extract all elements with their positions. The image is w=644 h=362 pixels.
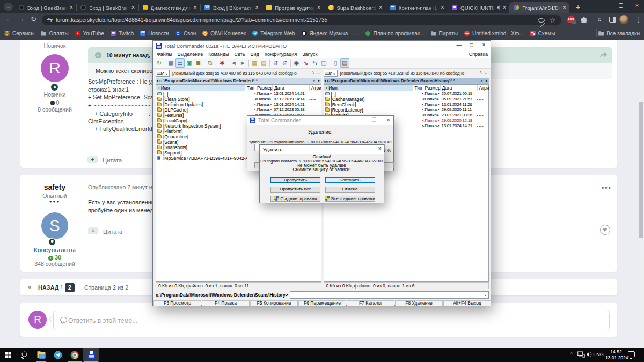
bookmark-item[interactable]: Twitch — [111, 31, 134, 36]
bookmark-item[interactable]: Пираты — [431, 31, 458, 36]
taskbar-telegram-button[interactable] — [50, 348, 66, 362]
taskbar-totalcommander-button[interactable] — [83, 348, 99, 362]
tc-minimize-button[interactable]: — — [455, 41, 464, 50]
history-button[interactable]: » — [312, 79, 317, 83]
tc-menu-item[interactable]: Файлы — [157, 51, 172, 57]
tc-toolbar-button[interactable]: ▣ — [185, 58, 194, 68]
tc-titlebar[interactable]: Total Commander 8.51a - НЕ ЗАРЕГИСТРИРОВ… — [153, 41, 491, 50]
page-scrollbar[interactable] — [639, 40, 644, 348]
root-dir-button[interactable]: \ — [311, 70, 316, 76]
reply-input[interactable]: Ответить в этой теме... — [53, 311, 610, 330]
scrollbar-thumb[interactable] — [639, 102, 643, 238]
bookmark-item[interactable]: Схемы — [530, 31, 555, 36]
file-row[interactable]: [ReportLatency] <Папка> 29.09.2020 11:11… — [324, 107, 489, 113]
tab-close-icon[interactable]: × — [255, 4, 259, 11]
tc-toolbar-button[interactable]: ◉ — [292, 58, 301, 68]
file-row[interactable]: [RemCheck] <Папка> 13.01.2024 11:26 ---- — [324, 102, 489, 107]
share-arrow-icon[interactable] — [599, 51, 608, 58]
skip-all-button[interactable]: Пропустить все — [270, 187, 320, 193]
browser-tab[interactable]: Контент-план IL ПАТ × — [386, 2, 448, 13]
column-header-size[interactable]: Размер — [423, 85, 441, 91]
tc-menu-item[interactable]: Сеть — [234, 51, 245, 57]
tab-close-icon[interactable]: × — [441, 4, 444, 11]
file-row[interactable]: [..] <Папка> 13.01.2024 14:21 ---- — [156, 91, 321, 97]
bookmark-item[interactable]: Telegram Web — [252, 31, 295, 36]
file-row[interactable]: [CacheManager] <Папка> 05.09.2021 21:57 … — [324, 97, 489, 102]
member-group-link[interactable]: Консультанты — [20, 247, 89, 253]
post-options-icon[interactable]: ••• — [602, 184, 612, 191]
forward-button[interactable]: → — [18, 15, 25, 23]
tc-toolbar-button[interactable]: ⧉ — [206, 58, 215, 68]
parent-dir-button[interactable]: .. — [316, 70, 321, 76]
tc-toolbar-button[interactable]: ► — [238, 58, 247, 68]
parent-dir-button[interactable]: .. — [484, 70, 489, 76]
skip-button[interactable]: Пропустить — [270, 177, 320, 183]
drive-combo[interactable]: c⌄ — [156, 70, 170, 77]
browser-tab[interactable]: Trojan:Win64/Disguis × — [509, 2, 569, 13]
f3-view-button[interactable]: F3 Просмотр — [153, 300, 201, 306]
page-2-current[interactable]: 2 — [65, 283, 75, 292]
browser-tab[interactable]: Supa Dashboard × — [324, 2, 386, 13]
network-icon[interactable] — [577, 351, 585, 358]
browser-tab[interactable]: Вход | GeekBrains - о × — [76, 2, 138, 13]
tab-close-icon[interactable]: × — [193, 4, 197, 11]
quote-button-label[interactable]: Цитата — [103, 157, 122, 164]
bookmark-item[interactable]: YouTube — [75, 31, 104, 36]
tc-toolbar-button[interactable]: ⇵ — [280, 58, 289, 68]
page-1-button[interactable]: 1 — [60, 284, 63, 290]
tc-menu-item[interactable]: Вид — [250, 51, 259, 57]
tc-toolbar-button[interactable]: ◫ — [319, 58, 328, 68]
back-button[interactable]: ← — [5, 15, 12, 23]
page-select-caret-icon[interactable]: ▼ — [120, 285, 124, 289]
tc-toolbar-button[interactable]: ☰ — [175, 58, 185, 68]
dir-history-dropdown[interactable]: ▼ — [484, 79, 489, 83]
browser-tab[interactable]: QUICKHUNTIK - Т × — [448, 2, 509, 13]
column-header-size[interactable]: Размер — [255, 85, 273, 91]
tc-toolbar-button[interactable]: ▤ — [340, 58, 349, 68]
dir-history-dropdown[interactable]: ▼ — [317, 79, 321, 83]
tab-close-icon[interactable]: × — [502, 4, 506, 11]
file-row[interactable]: [DLPCache] <Папка> 07.12.2023 00:38 ---- — [156, 107, 321, 113]
bookmark-item[interactable]: План по профилак... — [365, 31, 424, 36]
avatar[interactable]: S — [41, 212, 68, 239]
tab-close-icon[interactable]: × — [317, 4, 320, 11]
bookmark-star-icon[interactable]: ☆ — [550, 15, 556, 25]
privacy-eye-icon[interactable] — [537, 16, 545, 24]
tray-hidden-icons-button[interactable]: ⌃ — [568, 348, 575, 362]
column-header-date[interactable]: Дата — [441, 85, 478, 91]
path-bar[interactable]: ▾c:\ProgramData\Microsoft\Windows Defend… — [324, 78, 489, 84]
like-heart-icon[interactable] — [600, 225, 610, 235]
tc-toolbar-button[interactable]: ≣ — [194, 58, 203, 68]
column-header-attr[interactable]: Атрибуты — [310, 85, 321, 91]
tc-menu-item[interactable]: Запуск — [302, 51, 317, 57]
menu-kebab-icon[interactable]: ⋮ — [635, 16, 642, 24]
window-minimize-button[interactable]: — — [597, 0, 613, 12]
tc-toolbar-button[interactable]: ▤ — [259, 58, 268, 68]
avatar[interactable]: R — [28, 311, 47, 329]
back-button[interactable]: НАЗАД — [38, 284, 59, 291]
tc-toolbar-button[interactable]: ⇆ — [310, 58, 319, 68]
all-bookmarks-button[interactable]: Все закладки — [598, 27, 640, 40]
site-settings-icon[interactable] — [47, 18, 53, 23]
tc-toolbar-button[interactable]: ↻ — [155, 58, 164, 68]
action-center-icon[interactable] — [628, 351, 635, 357]
tc-cmd-input[interactable] — [290, 291, 489, 299]
side-panel-icon[interactable] — [609, 17, 616, 23]
profile-avatar[interactable] — [619, 15, 628, 24]
tab-close-icon[interactable]: × — [562, 4, 566, 11]
bookmark-item[interactable]: Яндекс Музыка —... — [302, 31, 360, 36]
f6-move-button[interactable]: F6 Перемещение — [298, 300, 346, 306]
tc-maximize-button[interactable]: □ — [467, 41, 476, 50]
address-bar[interactable]: forum.kasperskyclub.ru/topic/438841-troj… — [42, 15, 561, 25]
first-page-button[interactable]: « — [28, 283, 32, 291]
column-header-type[interactable]: Тип — [245, 85, 255, 91]
taskbar-clock[interactable]: 14:52 13.01.2024 — [605, 348, 627, 362]
bookmark-item[interactable]: Оплаты — [41, 31, 68, 36]
tab-close-icon[interactable]: × — [379, 4, 383, 11]
root-dir-button[interactable]: \ — [478, 70, 484, 76]
tc-menu-help[interactable]: Справка — [469, 50, 488, 58]
author-name[interactable]: safety — [20, 183, 89, 191]
window-maximize-button[interactable] — [613, 0, 629, 12]
bookmark-item[interactable]: QIWI Кошелек — [202, 31, 246, 36]
path-bar[interactable]: ▾c:\ProgramData\Microsoft\Windows Defend… — [156, 78, 321, 84]
